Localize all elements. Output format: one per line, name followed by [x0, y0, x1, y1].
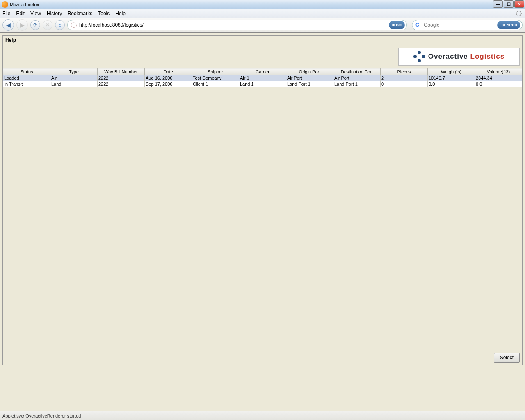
col-header[interactable]: Volume(ft3) [475, 68, 522, 75]
window-title: Mozilla Firefox [10, 2, 39, 7]
table-cell: 10140.7 [428, 75, 475, 81]
col-header[interactable]: Type [50, 68, 98, 75]
app-panel: Help Overactive Logistics StatusTypeWay … [2, 35, 523, 365]
panel-help-label[interactable]: Help [3, 36, 522, 45]
logo-area: Overactive Logistics [3, 45, 522, 68]
back-button[interactable]: ◀ [2, 19, 14, 31]
table-cell: Air Port [286, 75, 333, 81]
select-button[interactable]: Select [494, 353, 520, 363]
menu-tools[interactable]: Tools [98, 11, 110, 16]
table-cell: Test Company [192, 75, 239, 81]
table-cell: 2344.34 [475, 75, 522, 81]
table-cell: Loaded [3, 75, 50, 81]
close-button[interactable]: ✕ [514, 0, 524, 8]
home-button[interactable]: ⌂ [55, 20, 65, 30]
table-cell: 2222 [98, 81, 145, 87]
table-cell: In Transit [3, 81, 50, 87]
forward-button[interactable]: ▶ [16, 19, 28, 31]
col-header[interactable]: Status [3, 68, 50, 75]
window-titlebar: Mozilla Firefox — ☐ ✕ [0, 0, 525, 9]
status-text: Applet swx.OveractiveRenderer started [2, 413, 81, 418]
col-header[interactable]: Destination Port [333, 68, 381, 75]
maximize-button[interactable]: ☐ [504, 0, 514, 8]
table-cell: 2222 [98, 75, 145, 81]
data-grid: StatusTypeWay Bill NumberDateShipperCarr… [3, 68, 522, 350]
table-cell: Aug 16, 2006 [145, 75, 192, 81]
status-bar: Applet swx.OveractiveRenderer started [0, 411, 525, 420]
table-row[interactable]: LoadedAir2222Aug 16, 2006Test CompanyAir… [3, 75, 522, 81]
navigation-toolbar: ◀ ▶ ⟳ ✕ ⌂ http://localhost:8080/logistic… [0, 18, 525, 32]
col-header[interactable]: Date [145, 68, 192, 75]
table-row[interactable]: In TransitLand2222Sep 17, 2006Client 1La… [3, 81, 522, 87]
site-favicon-icon [71, 22, 77, 28]
reload-button[interactable]: ⟳ [30, 20, 40, 30]
company-logo: Overactive Logistics [398, 48, 520, 66]
search-bar[interactable]: G SEARCH [412, 20, 523, 30]
table-cell: 2 [381, 75, 428, 81]
menubar: File Edit View History Bookmarks Tools H… [0, 9, 525, 18]
activity-indicator-icon [516, 11, 522, 16]
logo-text-logistics: Logistics [470, 52, 505, 60]
table-cell: Sep 17, 2006 [145, 81, 192, 87]
table-cell: 0.0 [475, 81, 522, 87]
logo-text-overactive: Overactive [428, 52, 468, 60]
table-cell: Land Port 1 [286, 81, 333, 87]
menu-file[interactable]: File [2, 11, 10, 16]
table-cell: Air [50, 75, 98, 81]
col-header[interactable]: Way Bill Number [98, 68, 145, 75]
search-button[interactable]: SEARCH [497, 21, 520, 29]
table-cell: Land Port 1 [333, 81, 381, 87]
menu-edit[interactable]: Edit [16, 11, 25, 16]
table-cell: 0.0 [428, 81, 475, 87]
minimize-button[interactable]: — [493, 0, 503, 8]
menu-view[interactable]: View [30, 11, 41, 16]
col-header[interactable]: Carrier [239, 68, 286, 75]
url-text: http://localhost:8080/logistics/ [79, 22, 389, 28]
menu-bookmarks[interactable]: Bookmarks [68, 11, 92, 16]
search-input[interactable] [424, 22, 497, 28]
table-cell: Land 1 [239, 81, 286, 87]
google-icon: G [415, 22, 421, 28]
grid-empty-area [3, 87, 522, 350]
menu-help[interactable]: Help [115, 11, 126, 16]
table-cell: Land [50, 81, 98, 87]
col-header[interactable]: Pieces [381, 68, 428, 75]
logo-mark-icon [413, 51, 425, 62]
table-cell: 0 [381, 81, 428, 87]
menu-history[interactable]: History [47, 11, 62, 16]
table-cell: Client 1 [192, 81, 239, 87]
col-header[interactable]: Origin Port [286, 68, 333, 75]
col-header[interactable]: Shipper [192, 68, 239, 75]
col-header[interactable]: Weight(lb) [428, 68, 475, 75]
url-bar[interactable]: http://localhost:8080/logistics/ GO [67, 20, 407, 30]
stop-button[interactable]: ✕ [43, 20, 52, 30]
table-cell: Air Port [333, 75, 381, 81]
table-cell: Air 1 [239, 75, 286, 81]
go-button[interactable]: GO [389, 21, 405, 29]
firefox-icon [2, 1, 8, 8]
